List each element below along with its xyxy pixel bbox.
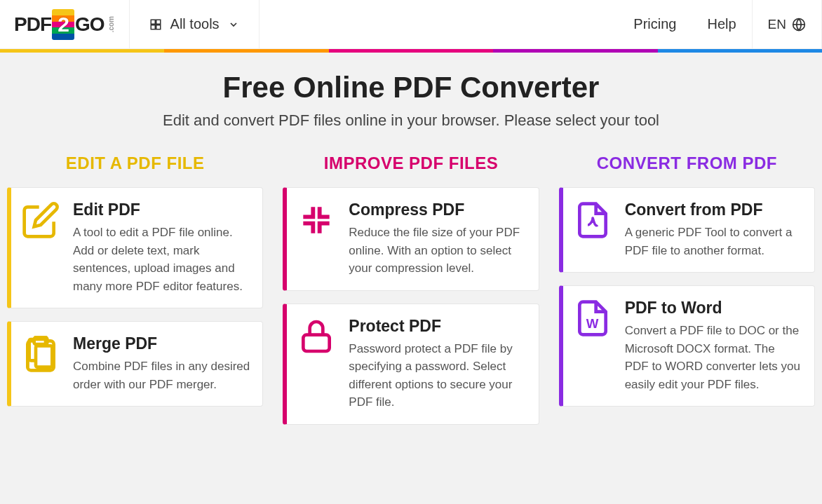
logo[interactable]: PDF 2 GO .com <box>0 0 129 48</box>
card-desc: A tool to edit a PDF file online. Add or… <box>73 224 250 295</box>
nav-pricing[interactable]: Pricing <box>618 0 692 48</box>
card-title: Convert from PDF <box>625 200 802 219</box>
column-edit: EDIT A PDF FILE Edit PDF A tool to edit … <box>7 154 263 437</box>
svg-rect-0 <box>151 20 155 24</box>
card-protect-pdf[interactable]: Protect PDF Password protect a PDF file … <box>283 304 539 425</box>
lock-icon <box>297 317 336 356</box>
column-title: CONVERT FROM PDF <box>559 154 815 173</box>
edit-icon <box>21 200 60 240</box>
svg-rect-1 <box>156 20 160 24</box>
card-desc: Convert a PDF file to DOC or the Microso… <box>625 322 802 393</box>
tool-columns: EDIT A PDF FILE Edit PDF A tool to edit … <box>0 154 822 451</box>
card-title: Protect PDF <box>349 317 525 336</box>
card-pdf-to-word[interactable]: W PDF to Word Convert a PDF file to DOC … <box>559 285 815 407</box>
nav-help[interactable]: Help <box>692 0 751 48</box>
card-edit-pdf[interactable]: Edit PDF A tool to edit a PDF file onlin… <box>7 187 263 308</box>
header: PDF 2 GO .com All tools Pricing Help EN <box>0 0 822 49</box>
page-title: Free Online PDF Converter <box>7 71 815 104</box>
svg-rect-9 <box>304 334 330 350</box>
language-label: EN <box>768 17 786 32</box>
column-title: IMPROVE PDF FILES <box>283 154 539 173</box>
card-title: Merge PDF <box>73 334 250 353</box>
svg-text:W: W <box>586 316 598 331</box>
language-selector[interactable]: EN <box>753 0 821 48</box>
card-convert-from-pdf[interactable]: Convert from PDF A generic PDF Tool to c… <box>559 187 815 273</box>
logo-badge: 2 <box>52 9 74 40</box>
divider <box>259 0 260 49</box>
card-desc: Reduce the file size of your PDF online.… <box>349 224 525 278</box>
word-file-icon: W <box>573 299 612 338</box>
all-tools-label: All tools <box>170 16 220 32</box>
merge-icon <box>21 334 60 374</box>
column-convert: CONVERT FROM PDF Convert from PDF A gene… <box>559 154 815 437</box>
card-desc: A generic PDF Tool to convert a PDF file… <box>625 224 802 259</box>
globe-icon <box>792 18 806 32</box>
all-tools-menu[interactable]: All tools <box>130 0 259 48</box>
card-merge-pdf[interactable]: Merge PDF Combine PDF files in any desir… <box>7 321 263 407</box>
svg-rect-2 <box>151 25 155 29</box>
rainbow-bar <box>0 49 822 53</box>
card-title: Edit PDF <box>73 200 250 219</box>
grid-icon <box>149 18 162 31</box>
column-title: EDIT A PDF FILE <box>7 154 263 173</box>
logo-text-com: .com <box>107 16 115 32</box>
svg-rect-8 <box>36 346 52 367</box>
column-improve: IMPROVE PDF FILES Compress PDF Reduce th… <box>283 154 539 437</box>
card-title: Compress PDF <box>349 200 525 219</box>
svg-rect-3 <box>156 25 160 29</box>
logo-text-go: GO <box>75 13 105 36</box>
chevron-down-icon <box>228 19 239 30</box>
logo-text-pdf: PDF <box>14 13 51 36</box>
card-compress-pdf[interactable]: Compress PDF Reduce the file size of you… <box>283 187 539 291</box>
pdf-file-icon <box>573 200 612 240</box>
card-desc: Password protect a PDF file by specifyin… <box>349 340 525 411</box>
card-desc: Combine PDF files in any desired order w… <box>73 357 250 393</box>
hero: Free Online PDF Converter Edit and conve… <box>0 53 822 154</box>
compress-icon <box>297 200 336 240</box>
page-subtitle: Edit and convert PDF files online in you… <box>7 111 815 130</box>
card-title: PDF to Word <box>625 299 802 318</box>
